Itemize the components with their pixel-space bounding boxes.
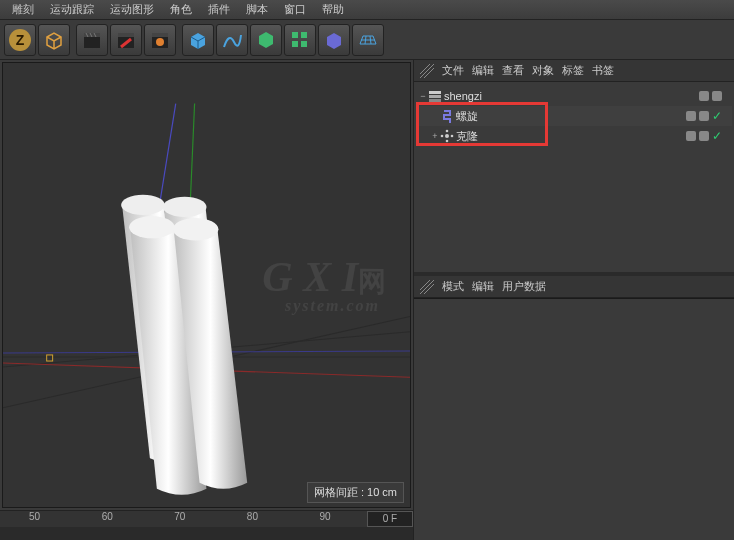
svg-rect-2	[84, 37, 100, 48]
tool-deformer[interactable]	[318, 24, 350, 56]
objpanel-tab[interactable]: 编辑	[472, 63, 494, 78]
timeline-area: 50 60 70 80 90 0 F	[0, 510, 413, 540]
tool-clapper-dark[interactable]	[76, 24, 108, 56]
tree-row-cloner[interactable]: + 克隆 ✓	[416, 126, 732, 146]
attribute-panel-body	[414, 298, 734, 540]
svg-rect-9	[292, 32, 298, 38]
menu-item[interactable]: 雕刻	[4, 0, 42, 19]
attrpanel-tab[interactable]: 模式	[442, 279, 464, 294]
menu-bar: 雕刻 运动跟踪 运动图形 角色 插件 脚本 窗口 帮助	[0, 0, 734, 20]
svg-rect-7	[152, 33, 168, 37]
objpanel-tab[interactable]: 对象	[532, 63, 554, 78]
objpanel-tab[interactable]: 书签	[592, 63, 614, 78]
svg-point-27	[446, 130, 449, 133]
enable-check-icon[interactable]: ✓	[712, 110, 722, 122]
svg-point-29	[441, 135, 444, 138]
visibility-dot[interactable]	[686, 131, 696, 141]
svg-point-19	[173, 218, 219, 240]
svg-point-17	[163, 197, 207, 217]
object-name[interactable]: 克隆	[454, 129, 534, 144]
menu-item[interactable]: 窗口	[276, 0, 314, 19]
object-name[interactable]: 螺旋	[454, 109, 534, 124]
panel-hatch-icon	[420, 64, 434, 78]
svg-point-28	[446, 140, 449, 143]
svg-point-8	[156, 38, 164, 46]
cylinder-group[interactable]	[121, 195, 247, 495]
svg-rect-12	[301, 41, 307, 47]
menu-item[interactable]: 脚本	[238, 0, 276, 19]
object-name[interactable]: shengzi	[442, 90, 522, 102]
svg-point-26	[445, 134, 449, 138]
attribute-manager-menu: 模式 编辑 用户数据	[414, 276, 734, 298]
viewport-3d[interactable]: G X I网 system.com 网格间距 : 10 cm	[2, 62, 411, 508]
tree-row-shengzi[interactable]: − shengzi	[416, 86, 732, 106]
panel-hatch-icon	[420, 280, 434, 294]
svg-rect-10	[301, 32, 307, 38]
menu-item[interactable]: 运动跟踪	[42, 0, 102, 19]
viewport-grid-label: 网格间距 : 10 cm	[307, 482, 404, 503]
svg-point-18	[129, 216, 175, 238]
axis-handle[interactable]	[47, 355, 53, 361]
helix-icon	[440, 109, 454, 123]
svg-rect-24	[429, 95, 441, 98]
tool-clapper-red[interactable]	[110, 24, 142, 56]
menu-item[interactable]: 角色	[162, 0, 200, 19]
render-dot[interactable]	[712, 91, 722, 101]
render-dot[interactable]	[699, 111, 709, 121]
object-tree[interactable]: − shengzi 螺旋 ✓ +	[414, 82, 734, 272]
tool-cube-wire[interactable]	[38, 24, 70, 56]
svg-text:Z: Z	[16, 32, 25, 48]
timeline-track[interactable]: 50 60 70 80 90	[0, 511, 363, 527]
tool-spline[interactable]	[216, 24, 248, 56]
attrpanel-tab[interactable]: 用户数据	[502, 279, 546, 294]
layer-icon	[428, 89, 442, 103]
tree-row-helix[interactable]: 螺旋 ✓	[416, 106, 732, 126]
svg-rect-25	[429, 99, 441, 102]
objpanel-tab[interactable]: 文件	[442, 63, 464, 78]
tool-floor[interactable]	[352, 24, 384, 56]
svg-rect-23	[429, 91, 441, 94]
frame-counter[interactable]: 0 F	[367, 511, 413, 527]
menu-item[interactable]: 插件	[200, 0, 238, 19]
svg-point-16	[121, 195, 165, 215]
expand-toggle[interactable]: −	[418, 91, 428, 101]
tool-primitive-cube[interactable]	[182, 24, 214, 56]
expand-toggle[interactable]: +	[430, 131, 440, 141]
visibility-dot[interactable]	[686, 111, 696, 121]
menu-item[interactable]: 帮助	[314, 0, 352, 19]
object-manager-menu: 文件 编辑 查看 对象 标签 书签	[414, 60, 734, 82]
objpanel-tab[interactable]: 查看	[502, 63, 524, 78]
tool-generator[interactable]	[250, 24, 282, 56]
main-toolbar: Z	[0, 20, 734, 60]
cloner-icon	[440, 129, 454, 143]
visibility-dot[interactable]	[699, 91, 709, 101]
tool-gold-z[interactable]: Z	[4, 24, 36, 56]
attrpanel-tab[interactable]: 编辑	[472, 279, 494, 294]
render-dot[interactable]	[699, 131, 709, 141]
tool-clapper-orange[interactable]	[144, 24, 176, 56]
objpanel-tab[interactable]: 标签	[562, 63, 584, 78]
svg-line-20	[420, 64, 434, 78]
svg-point-30	[451, 135, 454, 138]
menu-item[interactable]: 运动图形	[102, 0, 162, 19]
svg-rect-5	[118, 33, 134, 37]
powerslider[interactable]	[0, 527, 413, 540]
tool-array[interactable]	[284, 24, 316, 56]
svg-line-31	[420, 280, 434, 294]
enable-check-icon[interactable]: ✓	[712, 130, 722, 142]
svg-rect-11	[292, 41, 298, 47]
